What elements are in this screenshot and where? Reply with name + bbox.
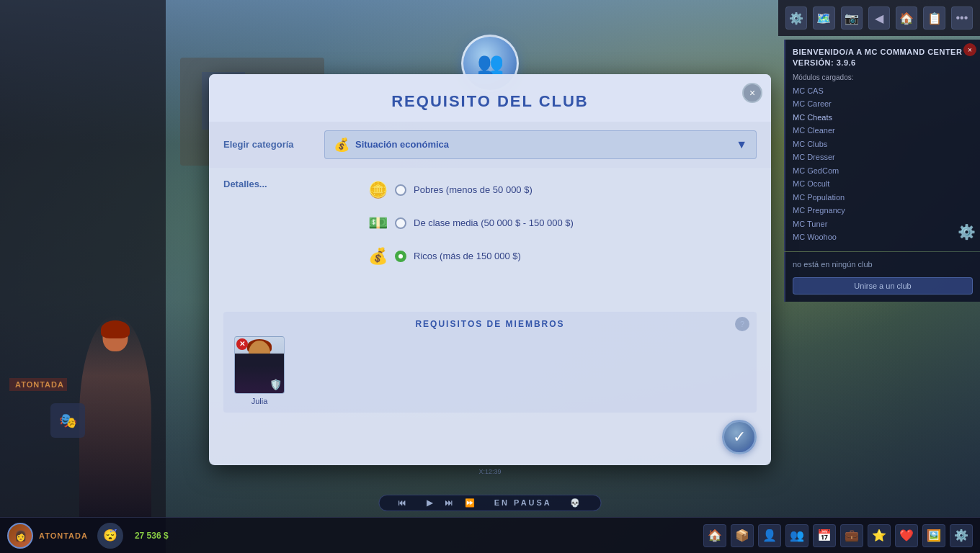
members-list: ✕ 🛡️ Julia xyxy=(231,336,749,405)
option-ricos-icon: 💰 xyxy=(368,247,388,266)
money-bag-icon: 💰 xyxy=(334,137,349,153)
mc-module-cleaner[interactable]: MC Cleaner xyxy=(793,124,973,138)
option-clase-media-text: De clase media (50 000 $ - 150 000 $) xyxy=(414,217,574,228)
option-pobres[interactable]: 🪙 Pobres (menos de 50 000 $) xyxy=(360,175,757,205)
player-avatar: 👩 xyxy=(7,523,33,549)
option-ricos-radio[interactable] xyxy=(395,251,406,262)
details-label: Detalles... xyxy=(223,179,353,189)
members-header: Requisitos de miembros ? xyxy=(231,319,749,329)
option-pobres-radio[interactable] xyxy=(395,184,406,196)
dialog-close-button[interactable]: × xyxy=(742,83,762,103)
dialog-content: Detalles... 🪙 Pobres (menos de 50 000 $)… xyxy=(209,168,771,312)
mc-module-cheats[interactable]: MC Cheats xyxy=(793,111,973,125)
gallery-icon[interactable]: 🖼️ xyxy=(922,524,945,547)
coords-display: X:12:39 xyxy=(478,468,501,475)
character-icon-btn[interactable]: 🎭 xyxy=(50,403,85,438)
atontada-text: Atontada xyxy=(9,378,67,391)
members-help-button[interactable]: ? xyxy=(735,317,749,331)
pause-play-icon[interactable]: ▶ xyxy=(427,498,435,507)
options-column: 🪙 Pobres (menos de 50 000 $) 💵 De clase … xyxy=(353,168,757,312)
pause-label: ⏮ ▶ ⏭ ⏩ En pausa 💀 xyxy=(379,495,602,511)
dialog-title: Requisito del club xyxy=(223,92,757,111)
camera-icon[interactable]: 📷 xyxy=(841,6,863,30)
character-status-label: Atontada xyxy=(6,378,67,395)
mc-module-gedcom[interactable]: MC GedCom xyxy=(793,164,973,178)
mc-join-club-button[interactable]: Unirse a un club xyxy=(793,277,973,295)
career-icon[interactable]: 💼 xyxy=(840,524,863,547)
calendar-icon[interactable]: 📅 xyxy=(813,524,836,547)
top-toolbar: ⚙️ 🗺️ 📷 ◀ 🏠 📋 ••• xyxy=(778,0,980,36)
back-icon[interactable]: ◀ xyxy=(868,6,890,30)
mc-module-dresser[interactable]: MC Dresser xyxy=(793,150,973,164)
mc-module-woohoo[interactable]: MC Woohoo xyxy=(793,230,973,244)
members-title: Requisitos de miembros xyxy=(415,319,564,329)
mc-module-clubs[interactable]: MC Clubs xyxy=(793,138,973,151)
member-card-julia: ✕ 🛡️ Julia xyxy=(231,336,288,405)
dropdown-arrow-icon: ▼ xyxy=(736,138,747,151)
mc-module-pregnancy[interactable]: MC Pregnancy xyxy=(793,204,973,217)
option-ricos-text: Ricos (más de 150 000 $) xyxy=(414,251,521,261)
aspirations-icon[interactable]: ⭐ xyxy=(868,524,891,547)
option-clase-media-radio[interactable] xyxy=(395,217,406,229)
mc-gear-icon[interactable]: ⚙️ xyxy=(956,222,976,242)
members-section: Requisitos de miembros ? ✕ 🛡️ xyxy=(223,312,757,413)
remove-member-button[interactable]: ✕ xyxy=(236,338,248,350)
mc-modules-title: Módulos cargados: xyxy=(793,73,973,81)
mc-panel: × Bienvenido/a a MC Command Center - Ver… xyxy=(784,40,980,251)
option-pobres-icon: 🪙 xyxy=(368,181,388,199)
player-info: Atontada xyxy=(39,531,88,540)
character-area xyxy=(72,265,159,517)
status-icon-1: 😴 xyxy=(97,523,123,549)
home-icon[interactable]: 🏠 xyxy=(896,6,917,30)
category-row: Elegir categoría 💰 Situación económica ▼ xyxy=(209,122,771,168)
mc-no-club-text: no está en ningún club xyxy=(793,259,973,270)
option-clase-media[interactable]: 💵 De clase media (50 000 $ - 150 000 $) xyxy=(360,208,757,238)
category-label: Elegir categoría xyxy=(223,139,310,150)
inventory-icon[interactable]: 📦 xyxy=(731,524,754,547)
status-icons-group: 🏠 📦 👤 👥 📅 💼 ⭐ ❤️ 🖼️ ⚙️ xyxy=(703,524,973,547)
shield-badge-icon: 🛡️ xyxy=(268,377,282,392)
pause-status-text: En pausa xyxy=(494,498,552,507)
home-status-icon[interactable]: 🏠 xyxy=(703,524,726,547)
list-icon[interactable]: 📋 xyxy=(923,6,945,30)
confirm-button[interactable]: ✓ xyxy=(722,420,757,454)
mc-title: Bienvenido/a a MC Command Center - Versi… xyxy=(793,47,973,69)
option-clase-media-icon: 💵 xyxy=(368,214,388,233)
status-bar: 👩 Atontada 😴 27 536 $ 🏠 📦 👤 👥 📅 💼 ⭐ ❤️ 🖼… xyxy=(0,517,980,553)
mc-module-occult[interactable]: MC Occult xyxy=(793,177,973,191)
mc-close-button[interactable]: × xyxy=(963,43,976,56)
player-money: 27 536 $ xyxy=(135,531,169,541)
map-icon[interactable]: 🗺️ xyxy=(813,6,834,30)
category-dropdown-text: Situación económica xyxy=(355,139,449,150)
member-portrait-inner: ✕ 🛡️ xyxy=(235,337,284,393)
sim-icon-1[interactable]: 👤 xyxy=(758,524,781,547)
dialog-header: Requisito del club × xyxy=(209,74,771,122)
mc-module-cas[interactable]: MC CAS xyxy=(793,84,973,98)
pause-prev-icon[interactable]: ⏮ xyxy=(398,498,408,507)
mc-module-career[interactable]: MC Career xyxy=(793,97,973,111)
sim-icon-2[interactable]: 👥 xyxy=(785,524,808,547)
details-label-col: Detalles... xyxy=(223,168,353,312)
mc-module-tuner[interactable]: MC Tuner xyxy=(793,217,973,231)
confirm-check-icon: ✓ xyxy=(733,428,746,446)
mc-bottom-panel: no está en ningún club Unirse a un club xyxy=(784,252,980,302)
pause-forward-icon[interactable]: ⏭ xyxy=(445,498,455,507)
player-status-text: Atontada xyxy=(39,531,88,540)
member-portrait-julia: ✕ 🛡️ xyxy=(234,336,285,394)
member-name-julia: Julia xyxy=(251,397,268,405)
option-ricos[interactable]: 💰 Ricos (más de 150 000 $) xyxy=(360,241,757,271)
club-requirement-dialog: 👥 Requisito del club × Elegir categoría … xyxy=(209,74,771,465)
pause-fast-forward-icon[interactable]: ⏩ xyxy=(465,498,477,507)
category-dropdown[interactable]: 💰 Situación económica ▼ xyxy=(324,130,757,159)
category-dropdown-left: 💰 Situación económica xyxy=(334,137,449,153)
mc-module-population[interactable]: MC Population xyxy=(793,191,973,204)
pause-skull-icon[interactable]: 💀 xyxy=(570,498,582,507)
option-pobres-text: Pobres (menos de 50 000 $) xyxy=(414,184,533,195)
dialog-footer: ✓ xyxy=(209,413,771,458)
settings-icon[interactable]: ⚙️ xyxy=(785,6,807,30)
more-icon[interactable]: ••• xyxy=(951,6,973,30)
relationships-icon[interactable]: ❤️ xyxy=(895,524,918,547)
settings-status-icon[interactable]: ⚙️ xyxy=(950,524,973,547)
